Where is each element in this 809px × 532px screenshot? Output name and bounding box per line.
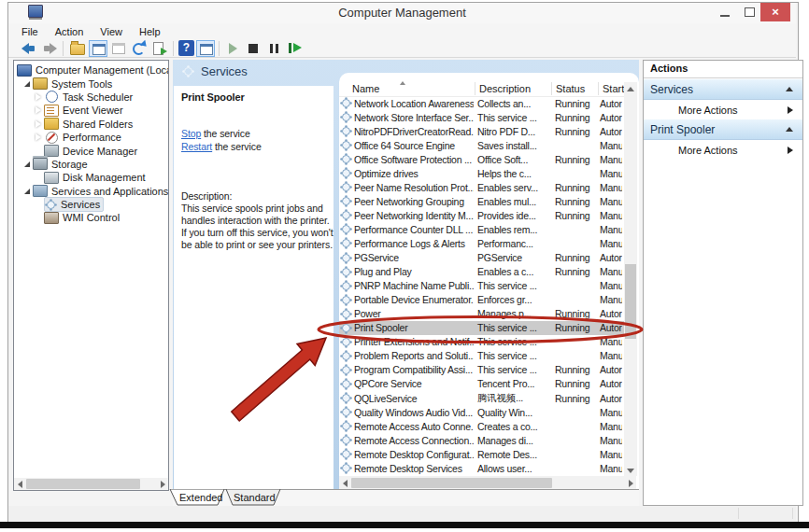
expand-collapse-icon[interactable]	[33, 212, 44, 223]
menu-help[interactable]: Help	[139, 26, 161, 37]
more-actions-label: More Actions	[678, 145, 738, 156]
scroll-left-icon[interactable]	[339, 477, 351, 489]
tree-item-system-tools[interactable]: System Tools	[14, 77, 168, 90]
scroll-down-icon[interactable]	[624, 464, 636, 476]
tree-item-computer-management-local[interactable]: Computer Management (Local	[14, 63, 168, 77]
service-row[interactable]: Quality Windows Audio Vid... Quality Win…	[339, 405, 624, 419]
service-name-cell: Portable Device Enumerator...	[354, 294, 474, 305]
column-header-description[interactable]: Description	[479, 83, 531, 94]
service-startup-cell: Manu	[598, 421, 622, 432]
properties-icon[interactable]	[109, 40, 128, 57]
collapse-icon[interactable]	[786, 127, 793, 132]
scrollbar-thumb[interactable]	[26, 479, 140, 489]
stop-service-icon[interactable]	[245, 40, 263, 57]
service-row[interactable]: Remote Desktop Services Allows user... M…	[339, 461, 624, 475]
tree-item-disk-management[interactable]: Disk Management	[14, 171, 168, 184]
more-actions-item[interactable]: More Actions	[644, 140, 802, 160]
service-row[interactable]: Office 64 Source Engine Saves install...…	[339, 138, 624, 152]
more-actions-item[interactable]: More Actions	[644, 100, 802, 119]
separator	[171, 40, 177, 57]
service-row[interactable]: Peer Name Resolution Prot... Enables ser…	[339, 180, 624, 194]
tree-item-wmi-control[interactable]: WMI Control	[14, 211, 168, 224]
service-row[interactable]: Performance Logs & Alerts Performanc... …	[339, 236, 624, 250]
service-row[interactable]: Office Software Protection ... Office So…	[339, 152, 624, 166]
service-row[interactable]: Program Compatibility Assi... This servi…	[339, 363, 624, 377]
expand-collapse-icon[interactable]	[33, 105, 44, 116]
service-row[interactable]: QQLiveService 腾讯视频... Running Autor	[339, 391, 624, 405]
scrollbar-thumb[interactable]	[351, 478, 552, 488]
service-row[interactable]: NitroPDFDriverCreatorRead... Nitro PDF D…	[339, 124, 624, 138]
maximize-button[interactable]	[738, 3, 760, 21]
scroll-right-icon[interactable]	[624, 477, 636, 489]
service-row[interactable]: Portable Device Enumerator... Enforces g…	[339, 293, 624, 307]
console-tree-panel: Computer Management (Local System Tools …	[13, 60, 169, 491]
expand-collapse-icon[interactable]	[33, 91, 44, 103]
service-name-cell: Remote Access Auto Conne...	[354, 421, 474, 432]
service-row[interactable]: Power Manages p... Running Autor	[339, 307, 624, 321]
export-list-icon[interactable]	[150, 40, 169, 57]
tree-item-shared-folders[interactable]: Shared Folders	[14, 118, 168, 131]
stop-service-link[interactable]: Stop	[181, 128, 201, 139]
minimize-button[interactable]	[714, 3, 736, 21]
expand-collapse-icon[interactable]	[33, 119, 44, 130]
tree-item-services-and-applications[interactable]: Services and Applications	[14, 185, 168, 198]
tree-horizontal-scrollbar[interactable]	[14, 478, 168, 490]
collapse-icon[interactable]	[786, 87, 793, 91]
expand-collapse-icon[interactable]	[33, 172, 44, 183]
expand-collapse-icon[interactable]	[33, 132, 44, 143]
refresh-icon[interactable]	[130, 40, 149, 57]
menu-file[interactable]: File	[21, 26, 38, 37]
restart-service-link[interactable]: Restart	[181, 141, 212, 152]
pause-service-icon[interactable]	[265, 40, 284, 57]
tree-item-services[interactable]: Services	[14, 198, 168, 211]
expand-collapse-icon[interactable]	[21, 159, 33, 170]
service-row[interactable]: Remote Access Auto Conne... Creates a co…	[339, 419, 624, 433]
service-row[interactable]: Network Store Interface Ser... This serv…	[339, 110, 624, 124]
service-row[interactable]: Problem Reports and Soluti... This servi…	[339, 349, 624, 363]
expand-collapse-icon[interactable]	[33, 146, 44, 157]
scroll-up-icon[interactable]	[624, 82, 636, 94]
submenu-arrow-icon	[788, 147, 793, 154]
service-row[interactable]: Network Location Awareness Collects an..…	[339, 96, 624, 110]
service-row-selected[interactable]: Print Spooler This service ... Running A…	[339, 321, 624, 335]
service-row[interactable]: Optimize drives Helps the c... Manu	[339, 166, 624, 180]
close-button[interactable]: ×	[760, 3, 790, 21]
show-console-tree-icon[interactable]	[89, 40, 107, 57]
tree-item-performance[interactable]: Performance	[14, 131, 168, 144]
forward-icon[interactable]	[40, 40, 59, 57]
menu-view[interactable]: View	[100, 26, 122, 37]
list-horizontal-scrollbar[interactable]	[339, 476, 636, 489]
actions-section-header[interactable]: Print Spooler	[644, 119, 802, 140]
service-row[interactable]: Plug and Play Enables a c... Running Man…	[339, 265, 624, 279]
expand-collapse-icon[interactable]	[33, 199, 44, 210]
service-row[interactable]: Printer Extensions and Notif... This ser…	[339, 335, 624, 349]
up-folder-icon[interactable]	[68, 40, 87, 57]
service-row[interactable]: Performance Counter DLL ... Enables rem.…	[339, 222, 624, 236]
tree-item-label: Computer Management (Local	[35, 64, 169, 76]
service-row[interactable]: PGService PGService Running Autor	[339, 251, 624, 265]
start-service-icon[interactable]	[224, 40, 243, 57]
actions-section-header[interactable]: Services	[644, 79, 802, 100]
tree-item-event-viewer[interactable]: Event Viewer	[14, 104, 168, 117]
menu-action[interactable]: Action	[55, 26, 84, 37]
expand-collapse-icon[interactable]	[21, 186, 33, 197]
help-icon[interactable]	[178, 40, 194, 56]
service-row[interactable]: Peer Networking Identity M... Provides i…	[339, 208, 624, 222]
tree-item-storage[interactable]: Storage	[14, 158, 168, 171]
service-startup-cell: Manu	[598, 266, 622, 277]
column-header-name[interactable]: Name	[352, 83, 379, 94]
scroll-left-icon[interactable]	[14, 478, 26, 490]
restart-service-icon[interactable]	[286, 40, 305, 57]
tree-item-task-scheduler[interactable]: Task Scheduler	[14, 91, 168, 104]
back-icon[interactable]	[20, 40, 38, 57]
column-header-status[interactable]: Status	[556, 83, 585, 94]
service-row[interactable]: Remote Desktop Configurat... Remote Des.…	[339, 447, 624, 461]
show-action-pane-icon[interactable]	[196, 40, 215, 57]
tree-item-device-manager[interactable]: Device Manager	[14, 144, 168, 157]
service-row[interactable]: PNRP Machine Name Publi... This service …	[339, 279, 624, 293]
service-row[interactable]: Peer Networking Grouping Enables mul... …	[339, 194, 624, 208]
service-row[interactable]: Remote Access Connection... Manages di..…	[339, 433, 624, 447]
expand-collapse-icon[interactable]	[21, 78, 33, 90]
service-row[interactable]: QPCore Service Tencent Pro... Running Au…	[339, 377, 624, 391]
scrollbar-thumb[interactable]	[625, 264, 636, 339]
